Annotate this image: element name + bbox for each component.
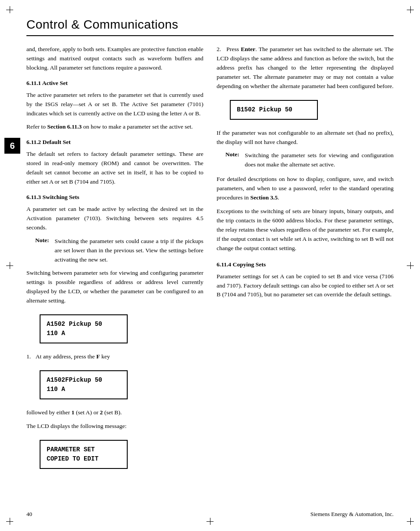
lcd-box-wrapper-right: B1502 Pickup 50 bbox=[230, 96, 394, 124]
switching-sets-body2: Switching between parameter sets for vie… bbox=[26, 269, 203, 306]
section-copying-sets: 6.11.4 Copying Sets Parameter settings f… bbox=[217, 260, 394, 300]
corner-mark-br bbox=[407, 518, 414, 525]
footer-page-number: 40 bbox=[26, 511, 32, 518]
step1-text: 1. At any address, press the F key bbox=[26, 352, 203, 361]
content-columns: and, therefore, apply to both sets. Exam… bbox=[26, 45, 394, 478]
no-prefix-text: If the parameter was not configurable to… bbox=[217, 129, 394, 147]
note-label-2: Note: bbox=[225, 151, 242, 170]
copying-sets-heading: 6.11.4 Copying Sets bbox=[217, 260, 394, 269]
switching-sets-body: A parameter set can be made active by se… bbox=[26, 205, 203, 232]
default-set-heading: 6.11.2 Default Set bbox=[26, 138, 203, 147]
switching-sets-heading: 6.11.3 Switching Sets bbox=[26, 193, 203, 202]
corner-mark-mb bbox=[206, 518, 214, 525]
corner-mark-tr bbox=[407, 6, 414, 13]
intro-paragraph: and, therefore, apply to both sets. Exam… bbox=[26, 45, 203, 73]
lcd3-line2: COPIED TO EDIT bbox=[47, 454, 121, 464]
note-label-1: Note: bbox=[35, 237, 52, 265]
lcd3-line1: PARAMETER SET bbox=[47, 445, 121, 454]
note-text-2: Switching the parameter sets for viewing… bbox=[245, 151, 394, 170]
lcd-right-line1: B1502 Pickup 50 bbox=[237, 105, 311, 114]
corner-mark-tl bbox=[6, 6, 13, 13]
active-set-heading: 6.11.1 Active Set bbox=[26, 79, 203, 88]
lcd2-line2: 110 A bbox=[47, 385, 121, 394]
corner-mark-ml bbox=[6, 262, 13, 269]
corner-mark-mr bbox=[407, 262, 414, 269]
page-container: Control & Communications and, therefore,… bbox=[0, 0, 420, 531]
section-active-set: 6.11.1 Active Set The active parameter s… bbox=[26, 79, 203, 132]
lcd-display-3: PARAMETER SET COPIED TO EDIT bbox=[40, 440, 128, 469]
active-set-body: The active parameter set refers to the p… bbox=[26, 91, 203, 118]
lcd-box-wrapper-1: A1502 Pickup 50 110 A bbox=[40, 310, 203, 348]
lcd-display-right: B1502 Pickup 50 bbox=[230, 100, 318, 120]
default-set-body: The default set refers to factory defaul… bbox=[26, 150, 203, 187]
note-text-1: Switching the parameter sets could cause… bbox=[55, 237, 203, 265]
lcd2-line1: A1502FPickup 50 bbox=[47, 376, 121, 385]
exceptions-paragraph: For detailed descriptions on how to disp… bbox=[217, 175, 394, 203]
step2-label: 2. bbox=[217, 46, 221, 52]
note-block-2: Note: Switching the parameter sets for v… bbox=[225, 151, 394, 170]
page-title: Control & Communications bbox=[26, 18, 394, 32]
note-block-1: Note: Switching the parameter sets could… bbox=[35, 237, 203, 265]
lcd-box-wrapper-3: PARAMETER SET COPIED TO EDIT bbox=[40, 435, 203, 473]
left-column: and, therefore, apply to both sets. Exam… bbox=[26, 45, 203, 478]
copying-sets-body: Parameter settings for set A can be copi… bbox=[217, 272, 394, 300]
page-header: Control & Communications bbox=[26, 18, 394, 36]
lcd1-line2: 110 A bbox=[47, 329, 121, 338]
lcd-box-wrapper-2: A1502FPickup 50 110 A bbox=[40, 366, 203, 404]
lcd-message-label: The LCD displays the following message: bbox=[26, 422, 203, 431]
lcd1-line1: A1502 Pickup 50 bbox=[47, 320, 121, 329]
right-column: 2. Press Enter. The parameter set has sw… bbox=[217, 45, 394, 478]
footer-brand: Siemens Energy & Automation, Inc. bbox=[310, 511, 394, 518]
followed-text: followed by either 1 (set A) or 2 (set B… bbox=[26, 408, 203, 417]
section-number-badge: 6 bbox=[4, 138, 20, 154]
active-set-refer: Refer to Section 6.11.3 on how to make a… bbox=[26, 122, 203, 132]
step2-paragraph: 2. Press Enter. The parameter set has sw… bbox=[217, 45, 394, 91]
section-default-set: 6.11.2 Default Set 6 The default set ref… bbox=[26, 138, 203, 187]
page-footer: 40 Siemens Energy & Automation, Inc. bbox=[26, 511, 394, 518]
lcd-display-2: A1502FPickup 50 110 A bbox=[40, 370, 128, 399]
lcd-display-1: A1502 Pickup 50 110 A bbox=[40, 314, 128, 343]
corner-mark-bl bbox=[6, 518, 13, 525]
section-switching-sets: 6.11.3 Switching Sets A parameter set ca… bbox=[26, 193, 203, 473]
exceptions2-paragraph: Exceptions to the switching of sets are … bbox=[217, 207, 394, 253]
step1-label: 1. bbox=[26, 353, 31, 360]
